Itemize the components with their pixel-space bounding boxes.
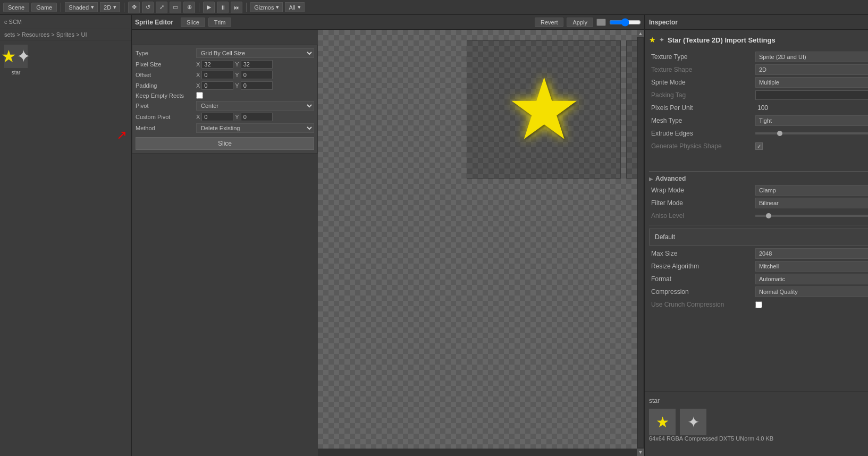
slice-action-btn[interactable]: Slice	[136, 137, 314, 150]
pivot-label: Pivot	[136, 103, 194, 109]
sprite-mode-dropdown[interactable]: Multiple ▾	[755, 77, 868, 88]
scene-tab[interactable]: Scene	[3, 3, 29, 12]
aniso-slider-thumb	[766, 213, 771, 218]
rect-tool-btn[interactable]: ▭	[170, 2, 181, 13]
vertical-scrollbar[interactable]: ▲ ▼	[637, 30, 644, 456]
format-row: Format Automatic ▾	[649, 273, 868, 285]
mesh-type-dropdown[interactable]: Tight ▾	[755, 115, 868, 126]
scroll-up-arrow[interactable]: ▲	[637, 30, 644, 37]
sprite-settings-panel: Type Grid By Cell Size Pixel Size X Y	[132, 45, 318, 154]
compression-dropdown[interactable]: Normal Quality ▾	[755, 286, 868, 297]
scroll-track-v[interactable]	[638, 38, 643, 447]
canvas-with-settings: Type Grid By Cell Size Pixel Size X Y	[132, 30, 644, 456]
watermark: CSDN @溢流眼泪	[649, 444, 868, 452]
type-row: Type Grid By Cell Size	[136, 48, 314, 58]
shading-dropdown[interactable]: Shaded ▾	[65, 2, 98, 12]
max-size-dropdown[interactable]: 2048 ▾	[755, 248, 868, 259]
offset-y-input[interactable]	[241, 71, 273, 79]
slider-thumb	[777, 131, 782, 136]
advanced-label: Advanced	[655, 175, 686, 182]
left-narrow-panel: c SCM sets > Resources > Sprites > UI ★✦…	[0, 15, 132, 456]
filter-mode-dropdown[interactable]: Bilinear ▾	[755, 198, 868, 208]
extrude-edges-row: Extrude Edges 1	[649, 128, 868, 139]
y-label: Y	[235, 61, 239, 67]
offset-xy: X Y	[196, 71, 314, 79]
y-label4: Y	[235, 114, 239, 120]
pause-btn[interactable]: ⏸	[217, 2, 229, 13]
collapse-arrow-icon: ▶	[649, 176, 653, 182]
inspector-title: Inspector	[649, 19, 678, 26]
wrap-mode-dropdown[interactable]: Clamp ▾	[755, 185, 868, 196]
horizontal-scrollbar[interactable]	[318, 449, 637, 456]
platform-label: Default	[655, 233, 868, 241]
pixels-per-unit-label: Pixels Per Unit	[649, 104, 755, 112]
mode-dropdown[interactable]: 2D ▾	[100, 2, 120, 12]
keep-empty-label: Keep Empty Rects	[136, 92, 194, 99]
apply-btn[interactable]: Apply	[567, 18, 593, 27]
revert-btn[interactable]: Revert	[535, 18, 563, 27]
extrude-edges-label: Extrude Edges	[649, 130, 755, 137]
zoom-slider[interactable]	[609, 18, 641, 27]
advanced-section-header[interactable]: ▶ Advanced	[649, 175, 868, 182]
y-label3: Y	[235, 82, 239, 89]
trim-btn[interactable]: Trim	[208, 18, 232, 27]
resize-algo-dropdown[interactable]: Mitchell ▾	[755, 261, 868, 272]
padding-x-input[interactable]	[201, 81, 233, 90]
crunch-checkbox[interactable]	[755, 301, 762, 308]
pixel-size-x-input[interactable]	[201, 60, 233, 69]
transform-tool-btn[interactable]: ⊕	[183, 2, 195, 13]
divider1	[649, 171, 868, 172]
scale-tool-btn[interactable]: ⤢	[156, 2, 167, 13]
aniso-slider-group: 1	[755, 213, 868, 219]
play-btn[interactable]: ▶	[203, 2, 215, 13]
sprite-box-yellow: ★	[467, 40, 621, 179]
extrude-slider[interactable]	[755, 132, 868, 134]
type-dropdown[interactable]: Grid By Cell Size	[196, 48, 314, 58]
mesh-type-label: Mesh Type	[649, 117, 755, 124]
pivot-dropdown[interactable]: Center	[196, 101, 314, 111]
method-dropdown[interactable]: Delete Existing	[196, 123, 314, 133]
inspector-body: ★ ✦ Star (Texture 2D) Import Settings Op…	[645, 30, 868, 391]
layers-dropdown[interactable]: All ▾	[285, 2, 304, 12]
padding-y-input[interactable]	[241, 81, 273, 90]
inspector-footer: star RGB R G B ★ ✦ 64x64 RGBA Compressed…	[645, 391, 868, 456]
canvas-area[interactable]: ★ ★ ▲ ▼	[318, 30, 644, 456]
custom-pivot-x-input[interactable]	[201, 113, 233, 121]
gizmos-dropdown[interactable]: Gizmos ▾	[250, 2, 283, 12]
sprite-editor-panel: Sprite Editor Slice Trim Revert Apply ↓ …	[132, 15, 645, 456]
footer-info: 64x64 RGBA Compressed DXT5 UNorm 4.0 KB	[649, 435, 868, 442]
offset-x-input[interactable]	[201, 71, 233, 79]
platform-row: Default 🖥	[649, 229, 868, 246]
breadcrumb: sets > Resources > Sprites > UI	[0, 29, 131, 40]
step-btn[interactable]: ⏭	[231, 2, 242, 13]
packing-tag-input[interactable]	[755, 90, 868, 100]
texture-type-row: Texture Type Sprite (2D and UI) ▾	[649, 51, 868, 63]
generate-physics-row: Generate Physics Shape ✓	[649, 140, 868, 152]
checker-background: ★ ★	[318, 30, 644, 456]
pixel-size-row: Pixel Size X Y	[136, 60, 314, 69]
color-picker-btn[interactable]	[596, 19, 606, 26]
preview-star-yellow: ★	[656, 413, 669, 431]
move-tool-btn[interactable]: ✥	[128, 2, 140, 13]
keep-empty-checkbox[interactable]	[196, 92, 203, 99]
method-label: Method	[136, 125, 194, 131]
custom-pivot-y-input[interactable]	[241, 113, 273, 121]
texture-shape-dropdown[interactable]: 2D ▾	[755, 64, 868, 75]
wrap-mode-label: Wrap Mode	[649, 187, 755, 194]
pixel-size-y-input[interactable]	[241, 60, 273, 69]
scm-label: c SCM	[4, 19, 22, 25]
list-item[interactable]: ★✦ star	[4, 45, 28, 75]
scroll-down-arrow[interactable]: ▼	[637, 449, 644, 456]
pixels-per-unit-value: 100	[755, 104, 868, 112]
preview-star-white: ✦	[687, 413, 700, 431]
slice-dropdown-btn[interactable]: Slice	[181, 18, 205, 27]
texture-type-dropdown[interactable]: Sprite (2D and UI) ▾	[755, 52, 868, 62]
main-area: c SCM sets > Resources > Sprites > UI ★✦…	[0, 15, 868, 456]
format-dropdown[interactable]: Automatic ▾	[755, 274, 868, 284]
generate-physics-checkbox[interactable]: ✓	[755, 142, 763, 150]
extrude-slider-group: 1	[755, 130, 868, 137]
game-tab[interactable]: Game	[31, 3, 57, 12]
inspector-header: Inspector ? 🔒 ☰	[645, 15, 868, 30]
rotate-tool-btn[interactable]: ↺	[142, 2, 154, 13]
aniso-slider[interactable]	[755, 215, 868, 217]
